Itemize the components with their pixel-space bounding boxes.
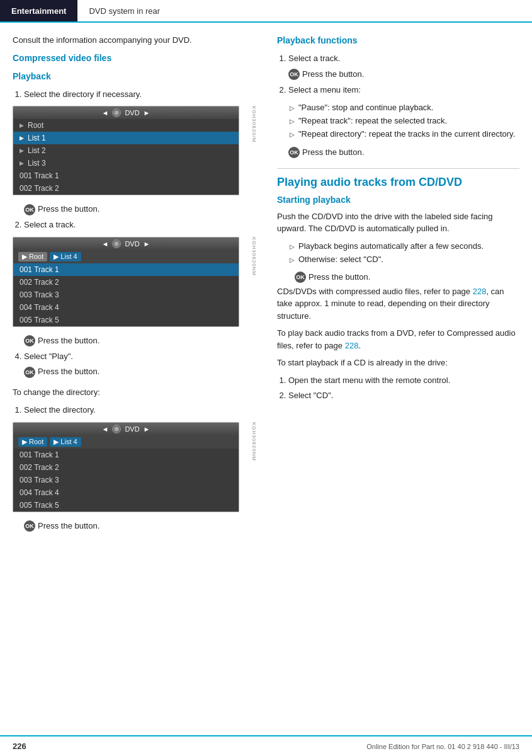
- pf-step-2: OK Press the button.: [288, 68, 364, 81]
- pf-bullet-3: "Repeat directory": repeat the tracks in…: [290, 128, 519, 141]
- starting-playback-heading: Starting playback: [277, 193, 519, 207]
- step-4: OK Press the button.: [24, 335, 99, 348]
- pf-step-1: Select a track.: [288, 52, 519, 66]
- pf-step-4-label: Press the button.: [302, 146, 364, 159]
- playback-functions-heading: Playback functions: [277, 34, 519, 47]
- change-step-1: Select the directory.: [24, 404, 258, 417]
- sp-bullets: Playback begins automatically after a fe…: [290, 240, 519, 266]
- ok-icon-sp: OK: [295, 272, 306, 283]
- row-arrow: ▶: [20, 135, 24, 141]
- intro-text: Consult the information accompanying you…: [13, 34, 258, 47]
- crumb-list4-3[interactable]: ▶ List 4: [50, 437, 81, 447]
- step-2: OK Press the button.: [24, 203, 99, 216]
- dvd-titlebar-3: ◄ DVD ►: [13, 423, 239, 435]
- dvd-titlebar-1: ◄ DVD ►: [13, 106, 239, 119]
- sp-step-1: Open the start menu with the remote cont…: [288, 374, 519, 387]
- page-footer: 226 Online Edition for Part no. 01 40 2 …: [0, 735, 532, 756]
- dvd-row-005-3[interactable]: 005 Track 5: [13, 499, 239, 512]
- tab-entertainment[interactable]: Entertainment: [0, 0, 77, 21]
- pf-step-4-list: OK Press the button.: [288, 146, 519, 162]
- step-6-label: Press the button.: [38, 365, 99, 379]
- right-arrow-icon: ►: [144, 109, 150, 117]
- dvd-screen-2-container: ◄ DVD ► ▶ Root ▶ List 4 001 Track 1 002 …: [13, 237, 246, 327]
- dvd-row-001-3[interactable]: 001 Track 1: [13, 449, 239, 461]
- sp-bullet-2: Otherwise: select "CD".: [290, 253, 519, 266]
- ok-icon-2: OK: [24, 204, 35, 215]
- dvd-row-002-2[interactable]: 002 Track 2: [13, 276, 239, 289]
- side-label-2: KGH30820NM: [251, 237, 257, 327]
- dvd-body-1: ▶Root ▶List 1 ▶List 2 ▶List 3 001 Track …: [13, 119, 239, 195]
- change-dir-text: To change the directory:: [13, 386, 258, 399]
- pf-step-2-label: Press the button.: [302, 68, 364, 81]
- right-arrow-icon-3: ►: [144, 425, 150, 433]
- change-step-2-label: Press the button.: [38, 520, 99, 533]
- step-2-label: Press the button.: [38, 203, 99, 216]
- left-arrow-icon-3: ◄: [101, 425, 108, 433]
- dvd-row-005-2[interactable]: 005 Track 5: [13, 314, 239, 326]
- sp-steps-list: Open the start menu with the remote cont…: [288, 374, 519, 403]
- sp-para-3: To play back audio tracks from a DVD, re…: [277, 327, 519, 352]
- dvd-row-004-2[interactable]: 004 Track 4: [13, 301, 239, 314]
- dvd-row-root[interactable]: ▶Root: [13, 119, 239, 132]
- dvd-screen-3-container: ◄ DVD ► ▶ Root ▶ List 4 001 Track 1 002 …: [13, 422, 246, 512]
- sp-para-2: CDs/DVDs with compressed audio files, re…: [277, 285, 519, 323]
- dvd-breadcrumb-2: ▶ Root ▶ List 4: [13, 250, 239, 263]
- left-arrow-icon-2: ◄: [101, 240, 108, 248]
- row-arrow: ▶: [20, 147, 24, 154]
- dvd-row-001track[interactable]: 001 Track 1: [13, 169, 239, 182]
- dvd-row-001-2[interactable]: 001 Track 1: [13, 263, 239, 276]
- dvd-row-list2[interactable]: ▶List 2: [13, 144, 239, 157]
- change-step-2: OK Press the button.: [24, 520, 99, 533]
- side-label-1: KGH30820/M: [251, 106, 257, 195]
- step-3: Select a track.: [24, 219, 258, 232]
- dvd-row-003-2[interactable]: 003 Track 3: [13, 289, 239, 301]
- main-content: Consult the information accompanying you…: [0, 23, 532, 546]
- dvd-titlebar-2: ◄ DVD ►: [13, 238, 239, 250]
- step-1: Select the directory if necessary.: [24, 88, 258, 101]
- dvd-screen-1: ◄ DVD ► ▶Root ▶List 1 ▶List 2 ▶List 3 00…: [13, 106, 239, 195]
- page-header: Entertainment DVD system in rear: [0, 0, 532, 23]
- playback-steps-4: OK Press the button. Select "Play". OK P…: [24, 335, 258, 381]
- step-6: OK Press the button.: [24, 365, 99, 379]
- dvd-body-2: 001 Track 1 002 Track 2 003 Track 3 004 …: [13, 263, 239, 326]
- link-228b[interactable]: 228: [345, 341, 359, 350]
- row-arrow: ▶: [20, 122, 24, 129]
- crumb-root-2[interactable]: ▶ Root: [18, 252, 47, 261]
- sp-bullet-1: Playback begins automatically after a fe…: [290, 240, 519, 253]
- pf-bullets: "Pause": stop and continue playback. "Re…: [290, 101, 519, 140]
- dvd-row-list1[interactable]: ▶List 1: [13, 132, 239, 144]
- dvd-title-3: DVD: [125, 425, 139, 433]
- dvd-disc-icon-2: [112, 239, 121, 248]
- dvd-row-002-3[interactable]: 002 Track 2: [13, 461, 239, 474]
- change-dir-steps: Select the directory.: [24, 404, 258, 417]
- dvd-row-003-3[interactable]: 003 Track 3: [13, 474, 239, 486]
- pf-step-4: OK Press the button.: [288, 146, 364, 159]
- pf-steps-list: Select a track. OK Press the button. Sel…: [288, 52, 519, 96]
- playing-audio-heading: Playing audio tracks from CD/DVD: [277, 175, 519, 190]
- pf-step-3: Select a menu item:: [288, 84, 519, 97]
- right-column: Playback functions Select a track. OK Pr…: [277, 34, 519, 540]
- pf-bullet-1: "Pause": stop and continue playback.: [290, 101, 519, 115]
- ok-icon-6: OK: [24, 367, 35, 378]
- side-label-3: KGH30820NM: [251, 422, 257, 512]
- change-step-2-list: OK Press the button.: [24, 520, 258, 536]
- dvd-row-002track[interactable]: 002 Track 2: [13, 182, 239, 195]
- sp-step-2: Select "CD".: [288, 389, 519, 403]
- ok-icon-change-2: OK: [24, 520, 35, 532]
- dvd-screen-1-container: ◄ DVD ► ▶Root ▶List 1 ▶List 2 ▶List 3 00…: [13, 106, 246, 195]
- link-228a[interactable]: 228: [473, 287, 487, 296]
- pf-bullet-2: "Repeat track": repeat the selected trac…: [290, 115, 519, 128]
- tab-dvd-system[interactable]: DVD system in rear: [77, 0, 171, 21]
- sp-para-1: Push the CD/DVD into the drive with the …: [277, 210, 519, 235]
- page-number: 226: [13, 742, 26, 751]
- ok-icon-4: OK: [24, 335, 35, 346]
- dvd-row-004-3[interactable]: 004 Track 4: [13, 486, 239, 499]
- dvd-row-list3[interactable]: ▶List 3: [13, 157, 239, 169]
- step-4-label: Press the button.: [38, 335, 99, 348]
- left-column: Consult the information accompanying you…: [13, 34, 258, 540]
- step-5: Select "Play".: [24, 350, 258, 364]
- crumb-root-3[interactable]: ▶ Root: [18, 437, 47, 447]
- left-arrow-icon: ◄: [101, 109, 108, 117]
- dvd-disc-icon-1: [112, 108, 121, 117]
- crumb-list4-2[interactable]: ▶ List 4: [50, 252, 81, 261]
